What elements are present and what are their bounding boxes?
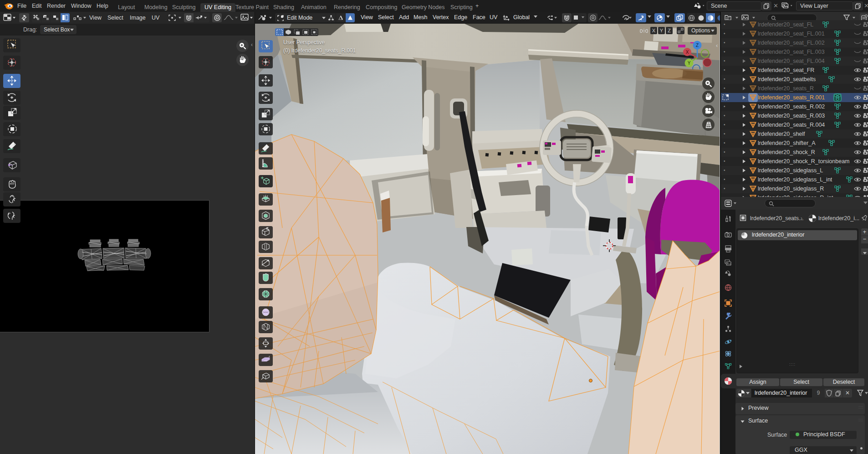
svg-text:Y: Y	[688, 61, 691, 66]
svg-text:X: X	[686, 50, 689, 55]
svg-text:Z: Z	[696, 43, 699, 48]
